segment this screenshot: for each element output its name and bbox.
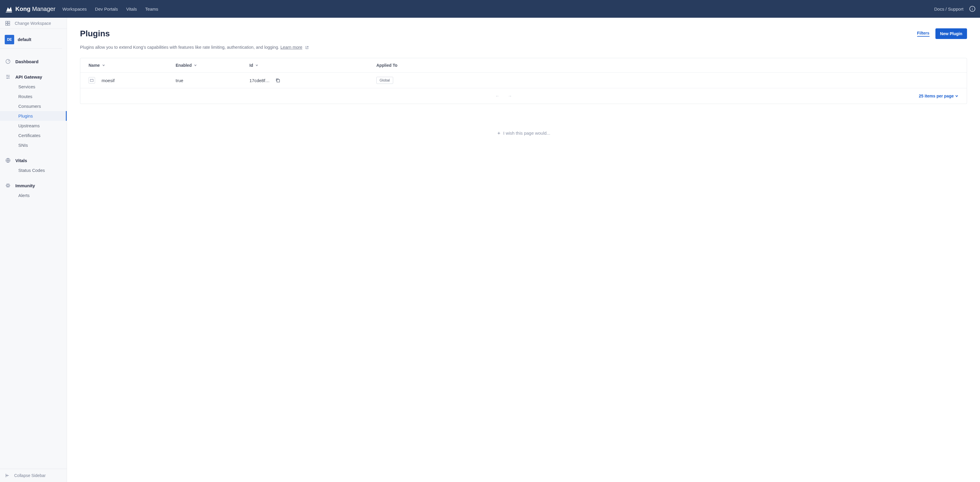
- collapse-sidebar-button[interactable]: Collapse Sidebar: [0, 469, 67, 482]
- table-header: Name Enabled Id Applied To: [80, 58, 967, 72]
- page-title: Plugins: [80, 29, 110, 38]
- chevron-down-icon: [955, 94, 958, 98]
- plugin-id: 17cde8f…: [250, 78, 269, 83]
- sliders-icon: [5, 74, 11, 80]
- sidebar-item-consumers[interactable]: Consumers: [0, 101, 67, 111]
- svg-point-9: [6, 185, 10, 186]
- new-plugin-button[interactable]: New Plugin: [935, 28, 967, 39]
- atom-icon: [5, 183, 11, 188]
- chevron-down-icon: [102, 64, 105, 67]
- next-page-button[interactable]: →: [508, 94, 512, 98]
- plugin-enabled: true: [176, 78, 183, 83]
- sidebar-immunity-label: Immunity: [15, 183, 35, 188]
- sparkle-icon: [497, 131, 501, 135]
- topbar-right: Docs / Support i: [934, 6, 975, 12]
- filters-button[interactable]: Filters: [917, 31, 929, 37]
- svg-point-5: [7, 75, 8, 76]
- workspace-name: default: [18, 37, 31, 42]
- plugin-icon: [89, 77, 95, 84]
- plugins-table: Name Enabled Id Applied To moesif true 1…: [80, 58, 967, 104]
- sidebar-item-upstreams[interactable]: Upstreams: [0, 121, 67, 131]
- sidebar-item-status-codes[interactable]: Status Codes: [0, 165, 67, 175]
- workspace-selector[interactable]: DE default: [0, 31, 62, 49]
- grid-icon: [5, 21, 10, 26]
- gauge-icon: [5, 59, 11, 64]
- pagination: ← →: [89, 94, 919, 98]
- topnav-vitals[interactable]: Vitals: [126, 6, 137, 11]
- sidebar-dashboard-label: Dashboard: [15, 59, 38, 64]
- sidebar-api-gateway-label: API Gateway: [15, 74, 42, 80]
- svg-rect-13: [277, 80, 280, 82]
- topbar: Kong Manager Workspaces Dev Portals Vita…: [0, 0, 980, 18]
- svg-rect-12: [90, 80, 93, 81]
- svg-rect-1: [8, 21, 10, 23]
- sidebar-item-certificates[interactable]: Certificates: [0, 131, 67, 140]
- column-applied-to: Applied To: [376, 63, 958, 68]
- globe-icon: [5, 158, 11, 163]
- sidebar-dashboard[interactable]: Dashboard: [0, 56, 67, 67]
- copy-icon[interactable]: [275, 78, 280, 83]
- svg-point-6: [9, 77, 10, 77]
- sidebar: Change Workspace DE default Dashboard AP…: [0, 18, 67, 482]
- sidebar-api-gateway[interactable]: API Gateway: [0, 72, 67, 82]
- logo[interactable]: Kong Manager: [5, 5, 56, 13]
- info-icon[interactable]: i: [969, 6, 975, 12]
- topnav-workspaces[interactable]: Workspaces: [62, 6, 87, 11]
- applied-to-badge: Global: [376, 77, 393, 84]
- topnav-teams[interactable]: Teams: [145, 6, 158, 11]
- sidebar-item-services[interactable]: Services: [0, 82, 67, 91]
- sidebar-immunity[interactable]: Immunity: [0, 180, 67, 190]
- prev-page-button[interactable]: ←: [495, 94, 500, 98]
- change-workspace-button[interactable]: Change Workspace: [0, 18, 67, 29]
- svg-point-7: [7, 78, 8, 79]
- change-workspace-label: Change Workspace: [15, 21, 51, 26]
- learn-more-link[interactable]: Learn more: [280, 45, 302, 49]
- table-row[interactable]: moesif true 17cde8f… Global: [80, 72, 967, 88]
- topnav-dev-portals[interactable]: Dev Portals: [95, 6, 118, 11]
- external-link-icon: [305, 46, 309, 49]
- column-enabled[interactable]: Enabled: [176, 63, 250, 68]
- collapse-icon: [5, 473, 10, 478]
- feedback-prompt[interactable]: I wish this page would...: [80, 131, 967, 136]
- table-footer: ← → 25 items per page: [80, 88, 967, 104]
- topnav: Workspaces Dev Portals Vitals Teams: [62, 6, 158, 11]
- svg-rect-2: [6, 24, 7, 26]
- workspace-badge: DE: [5, 35, 14, 44]
- chevron-down-icon: [194, 64, 197, 67]
- sidebar-item-alerts[interactable]: Alerts: [0, 190, 67, 200]
- sidebar-vitals-label: Vitals: [15, 158, 27, 163]
- collapse-sidebar-label: Collapse Sidebar: [14, 473, 46, 478]
- sidebar-item-routes[interactable]: Routes: [0, 91, 67, 101]
- page-description: Plugins allow you to extend Kong's capab…: [80, 45, 967, 49]
- items-per-page-selector[interactable]: 25 items per page: [919, 94, 958, 98]
- chevron-down-icon: [255, 64, 258, 67]
- sidebar-vitals[interactable]: Vitals: [0, 155, 67, 165]
- column-name[interactable]: Name: [89, 63, 176, 68]
- logo-text: Kong Manager: [15, 6, 56, 13]
- svg-rect-0: [6, 21, 7, 23]
- svg-rect-3: [8, 24, 10, 26]
- sidebar-item-snis[interactable]: SNIs: [0, 140, 67, 150]
- plugin-name: moesif: [102, 78, 115, 83]
- docs-support-link[interactable]: Docs / Support: [934, 6, 964, 11]
- main-content: Plugins Filters New Plugin Plugins allow…: [67, 18, 980, 482]
- kong-logo-icon: [5, 5, 13, 13]
- sidebar-item-plugins[interactable]: Plugins: [0, 111, 67, 121]
- column-id[interactable]: Id: [250, 63, 376, 68]
